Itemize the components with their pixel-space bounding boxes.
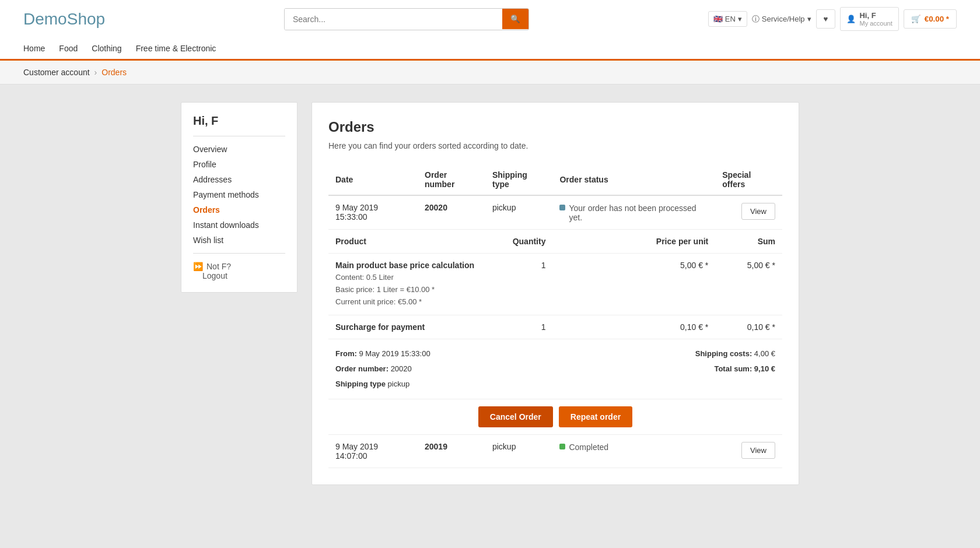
action-buttons: Cancel Order Repeat order bbox=[335, 406, 775, 427]
sidebar-menu: Overview Profile Addresses Payment metho… bbox=[193, 145, 285, 245]
cart-icon: 🛒 bbox=[911, 15, 921, 23]
product-name-cell: Surcharge for payment bbox=[328, 315, 485, 339]
order-meta-cell: From: 9 May 2019 15:33:00 Order number: … bbox=[328, 339, 782, 399]
help-icon: ⓘ bbox=[752, 14, 760, 24]
product-name-cell: Main product base price calculation Cont… bbox=[328, 254, 485, 315]
search-button[interactable]: 🔍 bbox=[502, 9, 528, 29]
user-icon: 👤 bbox=[846, 15, 856, 23]
not-f-label: Not F? bbox=[206, 262, 231, 271]
search-bar: 🔍 bbox=[284, 8, 529, 30]
nav-food[interactable]: Food bbox=[59, 44, 78, 59]
status-text: Your order has not been processed yet. bbox=[569, 203, 708, 222]
col-quantity: Quantity bbox=[485, 230, 552, 254]
product-row: Main product base price calculation Cont… bbox=[328, 254, 782, 315]
logout-button[interactable]: Logout bbox=[193, 271, 285, 280]
breadcrumb-parent[interactable]: Customer account bbox=[23, 68, 90, 77]
repeat-order-button[interactable]: Repeat order bbox=[559, 406, 632, 427]
service-help-button[interactable]: ⓘ Service/Help ▾ bbox=[752, 14, 811, 24]
sidebar-item-orders[interactable]: Orders bbox=[193, 205, 285, 215]
lang-label: EN bbox=[725, 15, 736, 23]
sidebar-item-addresses[interactable]: Addresses bbox=[193, 175, 285, 184]
product-sum: 5,00 € * bbox=[715, 254, 782, 315]
orders-content: Orders Here you can find your orders sor… bbox=[312, 102, 799, 485]
nav-free-time[interactable]: Free time & Electronic bbox=[136, 44, 216, 59]
search-input[interactable] bbox=[285, 9, 502, 30]
product-row: Surcharge for payment 1 0,10 € * 0,10 € … bbox=[328, 315, 782, 339]
sidebar-item-instant-downloads[interactable]: Instant downloads bbox=[193, 220, 285, 230]
status-dot bbox=[559, 205, 565, 210]
logo[interactable]: DemoShop bbox=[23, 10, 105, 29]
wishlist-button[interactable]: ♥ bbox=[816, 9, 836, 29]
product-header-row: Product Quantity Price per unit Sum bbox=[328, 230, 782, 254]
cart-button[interactable]: 🛒 €0.00 * bbox=[904, 9, 957, 29]
action-row: Cancel Order Repeat order bbox=[328, 399, 782, 435]
order-date: 9 May 2019 14:07:00 bbox=[328, 435, 418, 468]
product-name: Main product base price calculation bbox=[335, 261, 478, 270]
order-special-offers: View bbox=[715, 435, 782, 468]
order-date: 9 May 2019 15:33:00 bbox=[328, 195, 418, 230]
sidebar-item-payment-methods[interactable]: Payment methods bbox=[193, 190, 285, 199]
view-order-button-2[interactable]: View bbox=[741, 442, 775, 459]
col-special-offers: Special offers bbox=[715, 164, 782, 195]
status-text: Completed bbox=[569, 442, 608, 452]
header: DemoShop 🔍 🇬🇧 EN ▾ ⓘ Service/Help ▾ ♥ bbox=[0, 0, 980, 61]
nav-home[interactable]: Home bbox=[23, 44, 45, 59]
sidebar-item-overview[interactable]: Overview bbox=[193, 145, 285, 154]
order-status: Completed bbox=[552, 435, 715, 468]
flag-icon: 🇬🇧 bbox=[713, 15, 723, 23]
sidebar-item-wish-list[interactable]: Wish list bbox=[193, 236, 285, 245]
product-price: 5,00 € * bbox=[552, 254, 715, 315]
order-meta-left: From: 9 May 2019 15:33:00 Order number: … bbox=[335, 346, 430, 392]
product-quantity: 1 bbox=[485, 315, 552, 339]
sidebar: Hi, F Overview Profile Addresses Payment… bbox=[181, 102, 298, 293]
logout-label: Logout bbox=[202, 271, 228, 280]
logout-icon: ⏩ bbox=[193, 262, 203, 271]
order-meta-right: Shipping costs: 4,00 € Total sum: 9,10 € bbox=[695, 346, 775, 392]
sidebar-item-profile[interactable]: Profile bbox=[193, 160, 285, 169]
service-label: Service/Help bbox=[762, 15, 805, 23]
account-name: Hi, F bbox=[859, 11, 892, 20]
breadcrumb-current: Orders bbox=[102, 68, 127, 77]
logo-demo: Demo bbox=[23, 10, 67, 28]
col-order-status: Order status bbox=[552, 164, 715, 195]
language-selector[interactable]: 🇬🇧 EN ▾ bbox=[708, 11, 747, 27]
col-date: Date bbox=[328, 164, 418, 195]
cart-amount: €0.00 * bbox=[925, 15, 949, 23]
page-title: Orders bbox=[328, 119, 782, 135]
col-sum: Sum bbox=[715, 230, 782, 254]
breadcrumb: Customer account › Orders bbox=[23, 68, 957, 77]
col-product: Product bbox=[328, 230, 485, 254]
order-shipping-type: pickup bbox=[485, 435, 552, 468]
product-quantity: 1 bbox=[485, 254, 552, 315]
chevron-down-icon: ▾ bbox=[738, 15, 742, 23]
product-name: Surcharge for payment bbox=[335, 322, 478, 332]
orders-table: Date Order number Shipping type Order st… bbox=[328, 164, 782, 468]
sidebar-divider bbox=[193, 253, 285, 254]
product-price: 0,10 € * bbox=[552, 315, 715, 339]
nav-clothing[interactable]: Clothing bbox=[92, 44, 121, 59]
header-actions: 🇬🇧 EN ▾ ⓘ Service/Help ▾ ♥ 👤 Hi, F My ac… bbox=[708, 7, 957, 31]
view-order-button[interactable]: View bbox=[741, 203, 775, 220]
main-container: Hi, F Overview Profile Addresses Payment… bbox=[169, 85, 811, 503]
not-f-button[interactable]: ⏩ Not F? bbox=[193, 262, 285, 271]
main-nav: Home Food Clothing Free time & Electroni… bbox=[23, 38, 957, 59]
col-shipping-type: Shipping type bbox=[485, 164, 552, 195]
order-number: 20019 bbox=[418, 435, 485, 468]
order-special-offers: View bbox=[715, 195, 782, 230]
table-row: 9 May 2019 15:33:00 20020 pickup Your or… bbox=[328, 195, 782, 230]
table-header-row: Date Order number Shipping type Order st… bbox=[328, 164, 782, 195]
order-meta-row: From: 9 May 2019 15:33:00 Order number: … bbox=[328, 339, 782, 399]
table-row: 9 May 2019 14:07:00 20019 pickup Complet… bbox=[328, 435, 782, 468]
cancel-order-button[interactable]: Cancel Order bbox=[478, 406, 553, 427]
product-details: Content: 0.5 Liter Basic price: 1 Liter … bbox=[335, 272, 478, 308]
account-button[interactable]: 👤 Hi, F My account bbox=[840, 7, 898, 31]
status-dot bbox=[559, 444, 565, 449]
order-status: Your order has not been processed yet. bbox=[552, 195, 715, 230]
heart-icon: ♥ bbox=[824, 15, 828, 23]
breadcrumb-bar: Customer account › Orders bbox=[0, 61, 980, 85]
account-label: My account bbox=[859, 20, 892, 27]
col-order-number: Order number bbox=[418, 164, 485, 195]
action-cell: Cancel Order Repeat order bbox=[328, 399, 782, 435]
chevron-down-icon: ▾ bbox=[807, 15, 811, 23]
col-price-per-unit: Price per unit bbox=[552, 230, 715, 254]
